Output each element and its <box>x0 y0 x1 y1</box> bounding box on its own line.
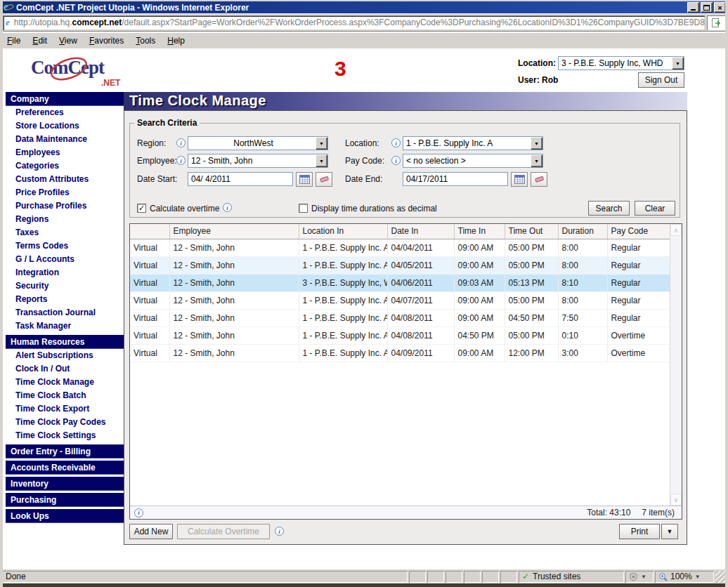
sidebar-item-purchase-profiles[interactable]: Purchase Profiles <box>6 199 124 213</box>
browser-window: e ComCept .NET Project Utopia - Windows … <box>0 0 728 587</box>
print-dropdown-button[interactable]: ▼ <box>661 524 678 539</box>
sidebar-item-g-l-accounts[interactable]: G / L Accounts <box>6 253 124 266</box>
clear-button[interactable]: Clear <box>635 201 675 216</box>
close-button[interactable]: × <box>714 2 726 13</box>
minimize-button[interactable] <box>687 2 699 13</box>
add-new-button[interactable]: Add New <box>129 524 173 539</box>
table-row[interactable]: Virtual12 - Smith, John1 - P.B.E. Supply… <box>130 256 670 274</box>
sidebar-item-time-clock-pay-codes[interactable]: Time Clock Pay Codes <box>6 416 124 429</box>
sidebar-item-clock-in-out[interactable]: Clock In / Out <box>6 362 124 376</box>
table-row[interactable]: Virtual12 - Smith, John1 - P.B.E. Supply… <box>130 291 670 309</box>
sidebar-item-employees[interactable]: Employees <box>6 146 124 159</box>
search-button[interactable]: Search <box>588 201 630 216</box>
sidebar-section-look-ups[interactable]: Look Ups <box>6 509 124 523</box>
dateend-clear-button[interactable] <box>531 172 547 187</box>
employee-select[interactable]: 12 - Smith, John ▼ <box>188 154 328 168</box>
table-row[interactable]: Virtual12 - Smith, John1 - P.B.E. Supply… <box>130 344 670 362</box>
grid-scrollbar[interactable]: ∧ ∨ <box>670 224 682 506</box>
column-header-time-out[interactable]: Time Out <box>505 224 558 239</box>
column-header-pay-code[interactable]: Pay Code <box>607 224 670 239</box>
paycode-select[interactable]: < no selection > ▼ <box>403 154 543 168</box>
table-row[interactable]: Virtual12 - Smith, John1 - P.B.E. Supply… <box>130 327 670 344</box>
calculate-overtime-button[interactable]: Calculate Overtime <box>177 524 270 539</box>
sidebar-item-transaction-journal[interactable]: Transaction Journal <box>6 306 124 319</box>
sign-out-button[interactable]: Sign Out <box>638 72 684 88</box>
sidebar-item-integration[interactable]: Integration <box>6 266 124 279</box>
employee-info-icon[interactable]: i <box>176 156 186 165</box>
sidebar-item-custom-attributes[interactable]: Custom Attributes <box>6 173 124 186</box>
datestart-input[interactable]: 04/ 4/2011 <box>188 172 293 186</box>
calculate-overtime-info-icon[interactable]: i <box>275 527 284 536</box>
cell: 05:00 PM <box>505 239 558 256</box>
chevron-down-icon: ▼ <box>672 57 684 70</box>
menu-help[interactable]: Help <box>167 36 185 46</box>
sidebar-item-time-clock-export[interactable]: Time Clock Export <box>6 402 124 416</box>
sidebar-item-categories[interactable]: Categories <box>6 159 124 173</box>
print-button[interactable]: Print <box>619 524 660 539</box>
menu-file[interactable]: File <box>7 36 20 46</box>
sidebar-item-store-locations[interactable]: Store Locations <box>6 119 124 133</box>
dateend-calendar-button[interactable] <box>511 172 528 187</box>
resize-grip[interactable] <box>715 571 726 583</box>
menu-tools[interactable]: Tools <box>136 36 155 46</box>
maximize-button[interactable] <box>701 2 713 13</box>
cell: 8:00 <box>558 256 607 274</box>
paycode-info-icon[interactable]: i <box>391 156 401 165</box>
column-header-row-type[interactable] <box>130 224 169 239</box>
cell: 09:00 AM <box>454 239 505 256</box>
datestart-calendar-button[interactable] <box>296 172 313 187</box>
sidebar-item-terms-codes[interactable]: Terms Codes <box>6 239 124 253</box>
go-button[interactable] <box>707 15 725 30</box>
column-header-duration[interactable]: Duration <box>558 224 607 239</box>
column-header-employee[interactable]: Employee <box>169 224 299 239</box>
grid-info-icon[interactable]: i <box>134 508 143 517</box>
chevron-down-icon: ▼ <box>695 574 701 580</box>
table-row[interactable]: Virtual12 - Smith, John3 - P.B.E. Supply… <box>130 274 670 291</box>
sidebar-item-security[interactable]: Security <box>6 279 124 293</box>
sidebar-section-order-entry-billing[interactable]: Order Entry - Billing <box>6 444 124 459</box>
scroll-up-icon[interactable]: ∧ <box>670 224 682 236</box>
sidebar-section-inventory[interactable]: Inventory <box>6 477 124 491</box>
decimal-durations-checkbox[interactable] <box>299 204 308 213</box>
sidebar-item-price-profiles[interactable]: Price Profiles <box>6 186 124 199</box>
column-header-time-in[interactable]: Time In <box>454 224 505 239</box>
location-select[interactable]: 3 - P.B.E. Supply Inc, WHD ▼ <box>558 56 684 70</box>
sidebar-section-company[interactable]: Company <box>6 92 124 106</box>
window-title: ComCept .NET Project Utopia - Windows In… <box>16 3 686 13</box>
column-header-location-in[interactable]: Location In <box>299 224 387 239</box>
sidebar-item-preferences[interactable]: Preferences <box>6 106 124 119</box>
region-select[interactable]: NorthWest ▼ <box>188 136 328 150</box>
table-row[interactable]: Virtual12 - Smith, John1 - P.B.E. Supply… <box>130 239 670 256</box>
sidebar-item-taxes[interactable]: Taxes <box>6 226 124 239</box>
sidebar-item-reports[interactable]: Reports <box>6 293 124 306</box>
search-location-select[interactable]: 1 - P.B.E. Supply Inc. A ▼ <box>403 136 543 150</box>
sidebar-section-purchasing[interactable]: Purchasing <box>6 493 124 507</box>
url-input[interactable]: e http://utopia.hq.comcept.net/default.a… <box>3 15 705 30</box>
cell: Regular <box>607 274 670 291</box>
scroll-down-icon[interactable]: ∨ <box>670 494 682 506</box>
menu-favorites[interactable]: Favorites <box>89 36 124 46</box>
phishing-filter-segment[interactable]: ▼ <box>625 571 654 583</box>
sidebar-item-alert-subscriptions[interactable]: Alert Subscriptions <box>6 349 124 362</box>
sidebar-section-human-resources[interactable]: Human Resources <box>6 335 124 349</box>
overtime-info-icon[interactable]: i <box>223 203 232 212</box>
sidebar-item-data-maintenance[interactable]: Data Maintenance <box>6 133 124 146</box>
sidebar-item-task-manager[interactable]: Task Manager <box>6 319 124 333</box>
menu-view[interactable]: View <box>59 36 77 46</box>
region-info-icon[interactable]: i <box>176 138 186 147</box>
sidebar-section-accounts-receivable[interactable]: Accounts Receivable <box>6 461 124 475</box>
datestart-clear-button[interactable] <box>316 172 332 187</box>
menu-edit[interactable]: Edit <box>32 36 47 46</box>
column-header-date-in[interactable]: Date In <box>387 224 454 239</box>
zoom-control[interactable]: 100% ▼ <box>655 571 714 583</box>
sidebar-item-time-clock-manage[interactable]: Time Clock Manage <box>6 376 124 389</box>
sidebar-item-time-clock-batch[interactable]: Time Clock Batch <box>6 389 124 402</box>
sidebar-item-time-clock-settings[interactable]: Time Clock Settings <box>6 429 124 442</box>
calculate-overtime-checkbox[interactable]: ✓ <box>137 204 146 213</box>
dateend-input[interactable]: 04/17/2011 <box>403 172 508 186</box>
decimal-durations-label: Display time durations as decimal <box>311 204 437 213</box>
employee-select-value: 12 - Smith, John <box>188 154 316 167</box>
table-row[interactable]: Virtual12 - Smith, John1 - P.B.E. Supply… <box>130 309 670 327</box>
location-info-icon[interactable]: i <box>391 138 401 147</box>
sidebar-item-regions[interactable]: Regions <box>6 213 124 226</box>
